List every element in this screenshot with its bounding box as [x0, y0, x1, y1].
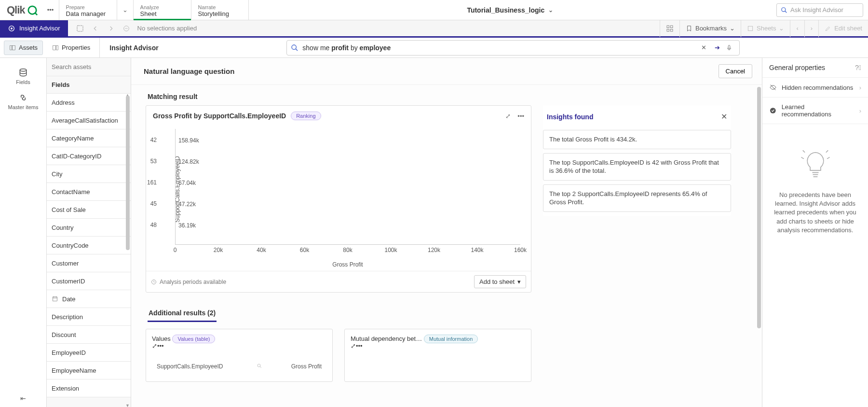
smart-search-button[interactable]: [73, 21, 87, 36]
global-search[interactable]: Ask Insight Advisor: [776, 3, 863, 17]
field-item[interactable]: CategoryName: [47, 129, 131, 147]
svg-rect-16: [53, 45, 56, 50]
clock-icon: [151, 279, 157, 285]
no-selections-label: No selections applied: [137, 25, 197, 32]
chart-menu-button[interactable]: •••: [517, 112, 524, 120]
card-menu-button[interactable]: •••: [356, 342, 363, 350]
assets-panel: Fields AddressAverageCallSatisfactionCat…: [47, 58, 131, 407]
app-title[interactable]: Tutorial_Business_logic ⌄: [249, 0, 772, 20]
expand-button[interactable]: ⤢: [152, 342, 157, 350]
sheets-button[interactable]: Sheets⌄: [741, 20, 790, 37]
insights-panel: Insights found ✕ The total Gross Profit …: [543, 105, 731, 216]
rail-master-items[interactable]: Master items: [0, 89, 46, 114]
field-item[interactable]: Discount: [47, 326, 131, 344]
nav-prepare[interactable]: Prepare Data manager: [59, 0, 117, 20]
empty-state-text: No precedents have been learned. Insight…: [772, 191, 858, 235]
assets-scrollbar[interactable]: ▲ ▼: [125, 94, 131, 407]
edit-sheet-button[interactable]: Edit sheet: [818, 20, 868, 37]
field-item[interactable]: CountryCode: [47, 237, 131, 254]
assets-toggle[interactable]: Assets: [4, 41, 43, 55]
cancel-button[interactable]: Cancel: [719, 64, 752, 78]
hidden-recommendations-item[interactable]: Hidden recommendations ›: [762, 78, 868, 98]
x-tick: 40k: [257, 247, 266, 253]
field-item[interactable]: Customer: [47, 254, 131, 272]
x-tick: 60k: [300, 247, 309, 253]
field-item[interactable]: EmployeeID: [47, 344, 131, 362]
field-item[interactable]: Cost of Sale: [47, 201, 131, 219]
step-forward-button[interactable]: [104, 21, 118, 36]
bookmarks-button[interactable]: Bookmarks⌄: [679, 20, 741, 37]
svg-line-3: [785, 11, 787, 13]
bar-value-label: 67.04k: [178, 180, 196, 186]
x-tick: 160k: [514, 247, 527, 253]
chart-type-pill: Ranking: [291, 112, 321, 120]
additional-results-tab[interactable]: Additional results (2): [148, 305, 217, 322]
close-insights-button[interactable]: ✕: [721, 112, 727, 121]
database-icon: [18, 68, 28, 77]
x-tick: 120k: [428, 247, 440, 253]
nl-query-input[interactable]: show me profit by employee ✕ ➔: [286, 40, 740, 56]
field-item[interactable]: Description: [47, 308, 131, 326]
rail-collapse-button[interactable]: ⇤: [20, 394, 26, 402]
field-item[interactable]: ContactName: [47, 183, 131, 201]
mutual-dependency-card: Mutual dependency bet… Mutual informatio…: [344, 329, 531, 382]
nav-prepare-dropdown[interactable]: ⌄: [117, 0, 133, 20]
field-item[interactable]: Address: [47, 94, 131, 112]
expand-button[interactable]: ⤢: [351, 342, 356, 350]
insights-title: Insights found: [547, 113, 593, 121]
bar-value-label: 36.19k: [178, 222, 196, 229]
insight-icon: [8, 25, 15, 32]
page-title: Insight Advisor: [109, 44, 158, 52]
svg-point-21: [20, 69, 26, 71]
chart-card: Gross Profit by SupportCalls.EmployeeID …: [146, 105, 531, 293]
field-item[interactable]: City: [47, 165, 131, 183]
properties-toggle[interactable]: Properties: [47, 41, 95, 55]
chevron-down-icon: ⌄: [779, 25, 784, 32]
panel-left-icon: [9, 44, 16, 51]
nav-analyze[interactable]: Analyze Sheet: [133, 0, 191, 20]
rail-fields[interactable]: Fields: [0, 64, 46, 89]
learned-recommendations-item[interactable]: Learned recommendations ›: [762, 98, 868, 124]
insight-advisor-button[interactable]: Insight Advisor: [0, 20, 68, 36]
bar-value-label: 158.94k: [178, 137, 199, 144]
global-menu-button[interactable]: •••: [42, 0, 59, 20]
field-item[interactable]: EmployeeName: [47, 362, 131, 379]
svg-rect-11: [667, 29, 669, 31]
voice-input-button[interactable]: [726, 44, 735, 52]
nav-narrate[interactable]: Narrate Storytelling: [191, 0, 249, 20]
nl-query-text: show me profit by employee: [302, 44, 695, 52]
field-item[interactable]: Country: [47, 219, 131, 237]
selections-tool-button[interactable]: [660, 20, 679, 37]
link-icon: [18, 93, 28, 102]
add-to-sheet-button[interactable]: Add to sheet ▾: [474, 275, 526, 288]
next-sheet-button[interactable]: ›: [804, 20, 818, 37]
field-item[interactable]: AverageCallSatisfaction: [47, 112, 131, 129]
clear-query-button[interactable]: ✕: [699, 44, 708, 51]
assets-search-input[interactable]: [52, 63, 126, 70]
search-icon: [291, 44, 298, 52]
prev-sheet-button[interactable]: ‹: [790, 20, 804, 37]
center-scrollbar[interactable]: [757, 87, 761, 328]
field-item[interactable]: Extension: [47, 379, 131, 397]
search-icon: [781, 7, 787, 14]
field-item[interactable]: Date: [47, 290, 131, 308]
expand-chart-button[interactable]: ⤢: [505, 112, 511, 120]
submit-query-button[interactable]: ➔: [712, 44, 722, 51]
bar-value-label: 47.22k: [178, 201, 196, 208]
step-back-button[interactable]: [88, 21, 103, 36]
clear-selections-button[interactable]: [119, 21, 134, 36]
svg-point-5: [11, 28, 13, 29]
chevron-down-icon: ▾: [517, 278, 521, 285]
field-item[interactable]: CatID-CategoryID: [47, 147, 131, 165]
field-item[interactable]: CustomerID: [47, 272, 131, 290]
card-menu-button[interactable]: •••: [157, 342, 164, 350]
svg-point-18: [292, 45, 296, 49]
help-icon[interactable]: ?⃝: [855, 64, 861, 71]
analysis-periods-note: Analysis periods available: [151, 279, 226, 285]
svg-rect-20: [729, 45, 731, 48]
svg-rect-10: [670, 26, 673, 28]
x-tick: 0: [174, 247, 177, 253]
app-logo[interactable]: Qlik: [0, 0, 42, 20]
global-search-placeholder: Ask Insight Advisor: [790, 6, 843, 14]
bookmark-icon: [686, 25, 692, 32]
